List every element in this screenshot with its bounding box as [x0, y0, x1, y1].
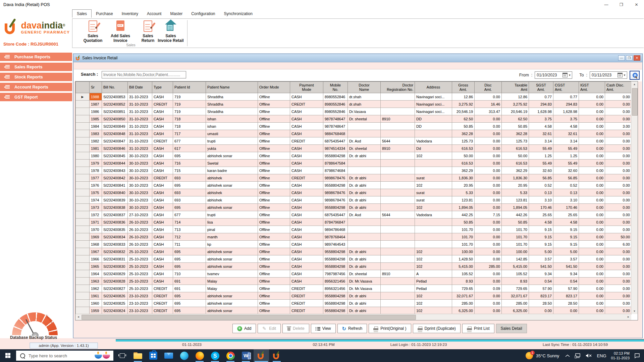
table-row[interactable]: 1982SI23240084731-10-2023CREDIT677trupti… [76, 137, 632, 145]
row-selector[interactable] [76, 241, 90, 248]
horizontal-scroll-thumb[interactable] [82, 315, 416, 320]
sales-invoice-retail-house-button[interactable]: Sales Invoice Retail [156, 20, 185, 43]
row-selector[interactable] [76, 263, 90, 270]
column-header-doctor_name[interactable]: Doctor Name [348, 82, 381, 93]
row-selector[interactable] [76, 226, 90, 233]
table-row[interactable]: 1985SI23240085031-10-2023CASH718ishanOff… [76, 115, 632, 123]
row-selector[interactable] [76, 123, 90, 130]
action-center-icon[interactable] [634, 353, 640, 358]
weather-sun-icon[interactable]: 1 [526, 352, 533, 359]
search-input[interactable] [102, 71, 186, 78]
table-row[interactable]: 1984SI23240084931-10-2023CASH718ishanOff… [76, 123, 632, 130]
row-selector[interactable] [76, 174, 90, 182]
scroll-down-icon[interactable]: ▼ [631, 308, 638, 314]
table-row[interactable]: 1973SI23240083830-10-2023CASH695abhishek… [76, 204, 632, 211]
child-close-icon[interactable]: ✕ [634, 55, 640, 61]
column-header-disc_amt[interactable]: Disc Amt. [475, 82, 502, 93]
row-selector[interactable] [76, 196, 90, 204]
language-indicator[interactable]: ENG [597, 353, 606, 358]
calendar-icon[interactable] [618, 73, 623, 77]
row-selector[interactable] [76, 137, 90, 145]
close-icon[interactable]: ✕ [629, 0, 644, 9]
tab-sales[interactable]: Sales [72, 9, 92, 18]
delete-button[interactable]: Delete [282, 324, 309, 333]
file-explorer-taskbar-button[interactable] [130, 349, 146, 362]
microsoft-store-taskbar-button[interactable] [146, 349, 161, 362]
column-header-doctor_reg_no[interactable]: Doctor Registration No. [381, 82, 415, 93]
table-row[interactable]: 1970SI23240083526-10-2023CASH713pinalOff… [76, 226, 632, 233]
column-header-igst_amt[interactable]: IGST Amt. [579, 82, 605, 93]
minimize-icon[interactable]: — [599, 0, 614, 9]
sidebar-item-stock-reports[interactable]: Stock Reports [0, 73, 72, 81]
row-selector[interactable] [76, 233, 90, 241]
sidebar-item-sales-reports[interactable]: Sales Reports [0, 63, 72, 71]
row-selector[interactable] [76, 189, 90, 196]
table-row[interactable]: 1974SI23240083930-10-2023CASH693abhishek… [76, 196, 632, 204]
print-list-button[interactable]: Print List [462, 324, 494, 333]
row-selector[interactable] [76, 204, 90, 211]
table-row[interactable]: 1986SI23240085131-10-2023CASH719Shraddha… [76, 108, 632, 115]
row-selector[interactable] [76, 270, 90, 278]
column-header-bill_no[interactable]: Bill No. [102, 82, 128, 93]
start-button[interactable] [0, 349, 16, 362]
network-icon[interactable] [575, 353, 581, 358]
firefox-taskbar-button[interactable] [192, 349, 207, 362]
row-selector[interactable] [76, 307, 90, 314]
calendar-icon[interactable] [562, 73, 568, 77]
column-header-patient_id[interactable]: Patient Id [173, 82, 206, 93]
restore-icon[interactable]: ❐ [614, 0, 629, 9]
table-row[interactable]: 1981SI23240084631-10-2023CASH617yuktaOff… [76, 145, 632, 152]
table-row[interactable]: ▶1988SI23240085331-10-2023CASH719Shraddh… [76, 93, 632, 101]
davaindia-app-taskbar-button[interactable] [269, 349, 284, 362]
sales-detail-button[interactable]: Sales Detail [496, 324, 527, 333]
table-row[interactable]: 1968SI23240083326-10-2023CASH711kpOfflin… [76, 241, 632, 248]
edge-taskbar-button[interactable] [176, 349, 192, 362]
column-header-patient_name[interactable]: Patient Name [206, 82, 258, 93]
row-selector[interactable] [76, 145, 90, 152]
chevron-down-icon[interactable]: ▼ [568, 74, 571, 77]
row-selector[interactable] [76, 182, 90, 189]
table-row[interactable]: 1960SI23240082523-10-2023CREDIT695abhish… [76, 300, 632, 307]
search-go-button[interactable] [630, 71, 640, 80]
tab-master[interactable]: Master [166, 10, 187, 17]
child-minimize-icon[interactable]: — [618, 55, 625, 61]
sales-quotation-doc-button[interactable]: Sales Quotation [78, 20, 107, 43]
table-row[interactable]: 1963SI23240082825-10-2023CASH691MalayOff… [76, 278, 632, 285]
row-selector[interactable] [76, 300, 90, 307]
table-row[interactable]: 1969SI23240083426-10-2023CASH712manthOff… [76, 233, 632, 241]
add-sales-invoice-doc-button[interactable]: Add Sales Invoice [106, 20, 135, 43]
table-row[interactable]: 1959SI23240082423-10-2023CREDIT695abhish… [76, 307, 632, 314]
table-row[interactable]: 1980SI23240084530-10-2023CASH695abhishek… [76, 152, 632, 160]
vertical-scrollbar[interactable]: ▲ ▼ [631, 81, 638, 314]
skype-taskbar-button[interactable]: S [207, 349, 223, 362]
row-selector[interactable] [76, 167, 90, 174]
mail-taskbar-button[interactable] [161, 349, 176, 362]
refresh-button[interactable]: ↻Refresh [337, 324, 367, 333]
table-row[interactable]: 1976SI23240084130-10-2023CASH695abhishek… [76, 182, 632, 189]
table-row[interactable]: 1971SI23240083626-10-2023CASH714lisaOffl… [76, 219, 632, 226]
column-header-taxable_amt[interactable]: Taxable Amt [502, 82, 529, 93]
column-header-bill_date[interactable]: Bill Date [128, 82, 152, 93]
tab-synchronization[interactable]: Synchronization [220, 10, 257, 17]
table-row[interactable]: 1967SI23240083225-10-2023CASH695abhishek… [76, 248, 632, 255]
row-selector[interactable] [76, 219, 90, 226]
table-row[interactable]: 1972SI23240083727-10-2023CASH677truptiOf… [76, 211, 632, 219]
tab-account[interactable]: Account [143, 10, 166, 17]
sidebar-item-purchase-reports[interactable]: Purchase Reports [0, 53, 72, 61]
edit-button[interactable]: Edit [258, 324, 281, 333]
table-row[interactable]: 1962SI23240082725-10-2023CREDIT691MalayO… [76, 285, 632, 292]
chevron-down-icon[interactable]: ▼ [623, 74, 626, 77]
row-selector[interactable]: ▶ [76, 93, 90, 101]
chevron-up-icon[interactable] [565, 354, 570, 357]
word-taskbar-button[interactable]: W [238, 349, 254, 362]
column-header-cgst_amt[interactable]: CGST Amt. [553, 82, 579, 93]
dprint-duplicate-button[interactable]: Dprint (Duplicate) [413, 324, 461, 333]
scroll-left-icon[interactable]: ◄ [75, 314, 81, 320]
column-header-cash_disc_amt[interactable]: Cash Disc. Amt. [605, 82, 632, 93]
sidebar-item-gst-report[interactable]: GST Report [0, 93, 72, 101]
davaindia-pos-taskbar-button[interactable] [254, 349, 269, 362]
row-selector[interactable] [76, 108, 90, 115]
table-row[interactable]: 1987SI23240085231-10-2023CREDIT719Shradd… [76, 101, 632, 108]
column-header-gross_amt[interactable]: Gross Amt. [452, 82, 475, 93]
row-selector[interactable] [76, 152, 90, 160]
